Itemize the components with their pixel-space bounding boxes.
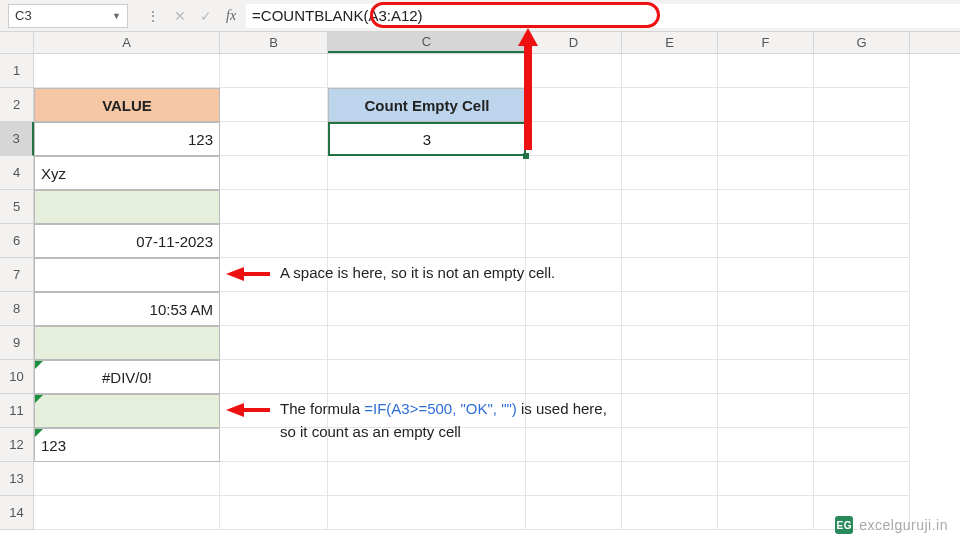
cell-E6[interactable] <box>622 224 718 258</box>
cell-B1[interactable] <box>220 54 328 88</box>
cell-A7[interactable] <box>34 258 220 292</box>
cell-F12[interactable] <box>718 428 814 462</box>
cell-G6[interactable] <box>814 224 910 258</box>
row-header-6[interactable]: 6 <box>0 224 34 258</box>
cell-C10[interactable] <box>328 360 526 394</box>
cell-F10[interactable] <box>718 360 814 394</box>
cell-F1[interactable] <box>718 54 814 88</box>
cell-D2[interactable] <box>526 88 622 122</box>
cell-A8[interactable]: 10:53 AM <box>34 292 220 326</box>
cell-B3[interactable] <box>220 122 328 156</box>
cell-E11[interactable] <box>622 394 718 428</box>
cell-A4[interactable]: Xyz <box>34 156 220 190</box>
cell-B10[interactable] <box>220 360 328 394</box>
name-box-dropdown-icon[interactable]: ▼ <box>112 11 121 21</box>
cell-B13[interactable] <box>220 462 328 496</box>
row-header-10[interactable]: 10 <box>0 360 34 394</box>
cell-B4[interactable] <box>220 156 328 190</box>
cell-G9[interactable] <box>814 326 910 360</box>
row-header-2[interactable]: 2 <box>0 88 34 122</box>
col-header-D[interactable]: D <box>526 32 622 53</box>
cell-A14[interactable] <box>34 496 220 530</box>
cell-F14[interactable] <box>718 496 814 530</box>
col-header-F[interactable]: F <box>718 32 814 53</box>
cell-D8[interactable] <box>526 292 622 326</box>
cell-B14[interactable] <box>220 496 328 530</box>
cell-E2[interactable] <box>622 88 718 122</box>
cell-G1[interactable] <box>814 54 910 88</box>
cell-E10[interactable] <box>622 360 718 394</box>
cell-G4[interactable] <box>814 156 910 190</box>
cell-D4[interactable] <box>526 156 622 190</box>
cell-C5[interactable] <box>328 190 526 224</box>
row-header-1[interactable]: 1 <box>0 54 34 88</box>
fx-icon[interactable]: fx <box>222 8 246 24</box>
cell-B8[interactable] <box>220 292 328 326</box>
cell-F5[interactable] <box>718 190 814 224</box>
cell-B6[interactable] <box>220 224 328 258</box>
cell-E14[interactable] <box>622 496 718 530</box>
cell-E8[interactable] <box>622 292 718 326</box>
cell-A2[interactable]: VALUE <box>34 88 220 122</box>
cell-A11[interactable] <box>34 394 220 428</box>
cell-F8[interactable] <box>718 292 814 326</box>
cell-F6[interactable] <box>718 224 814 258</box>
cell-G3[interactable] <box>814 122 910 156</box>
cell-C6[interactable] <box>328 224 526 258</box>
cell-G7[interactable] <box>814 258 910 292</box>
cell-A9[interactable] <box>34 326 220 360</box>
cell-G13[interactable] <box>814 462 910 496</box>
cell-B5[interactable] <box>220 190 328 224</box>
col-header-C[interactable]: C <box>328 32 526 53</box>
cancel-icon[interactable]: ✕ <box>174 8 186 24</box>
cell-C3[interactable]: 3 <box>328 122 526 156</box>
col-header-A[interactable]: A <box>34 32 220 53</box>
cell-E5[interactable] <box>622 190 718 224</box>
cell-G2[interactable] <box>814 88 910 122</box>
cell-A3[interactable]: 123 <box>34 122 220 156</box>
row-header-8[interactable]: 8 <box>0 292 34 326</box>
cell-F7[interactable] <box>718 258 814 292</box>
cell-C8[interactable] <box>328 292 526 326</box>
selection-fill-handle[interactable] <box>523 153 529 159</box>
cell-A6[interactable]: 07-11-2023 <box>34 224 220 258</box>
col-header-E[interactable]: E <box>622 32 718 53</box>
cell-F4[interactable] <box>718 156 814 190</box>
cell-D3[interactable] <box>526 122 622 156</box>
row-header-13[interactable]: 13 <box>0 462 34 496</box>
row-header-4[interactable]: 4 <box>0 156 34 190</box>
cell-C4[interactable] <box>328 156 526 190</box>
row-header-7[interactable]: 7 <box>0 258 34 292</box>
cell-C14[interactable] <box>328 496 526 530</box>
cell-C13[interactable] <box>328 462 526 496</box>
cell-E12[interactable] <box>622 428 718 462</box>
formula-bar-input[interactable]: =COUNTBLANK(A3:A12) <box>246 4 960 28</box>
row-header-14[interactable]: 14 <box>0 496 34 530</box>
cell-G5[interactable] <box>814 190 910 224</box>
cell-D13[interactable] <box>526 462 622 496</box>
cell-E3[interactable] <box>622 122 718 156</box>
row-header-12[interactable]: 12 <box>0 428 34 462</box>
cell-G11[interactable] <box>814 394 910 428</box>
cell-D10[interactable] <box>526 360 622 394</box>
row-header-9[interactable]: 9 <box>0 326 34 360</box>
cell-E1[interactable] <box>622 54 718 88</box>
cell-F13[interactable] <box>718 462 814 496</box>
cell-A5[interactable] <box>34 190 220 224</box>
cell-D6[interactable] <box>526 224 622 258</box>
cell-D1[interactable] <box>526 54 622 88</box>
cell-E13[interactable] <box>622 462 718 496</box>
cell-E7[interactable] <box>622 258 718 292</box>
cell-F9[interactable] <box>718 326 814 360</box>
cell-B2[interactable] <box>220 88 328 122</box>
cell-B9[interactable] <box>220 326 328 360</box>
accept-icon[interactable]: ✓ <box>200 8 212 24</box>
cell-C1[interactable] <box>328 54 526 88</box>
cell-C2[interactable]: Count Empty Cell <box>328 88 526 122</box>
cell-F3[interactable] <box>718 122 814 156</box>
cell-A12[interactable]: 123 <box>34 428 220 462</box>
row-header-5[interactable]: 5 <box>0 190 34 224</box>
cell-F2[interactable] <box>718 88 814 122</box>
cell-G10[interactable] <box>814 360 910 394</box>
row-header-11[interactable]: 11 <box>0 394 34 428</box>
